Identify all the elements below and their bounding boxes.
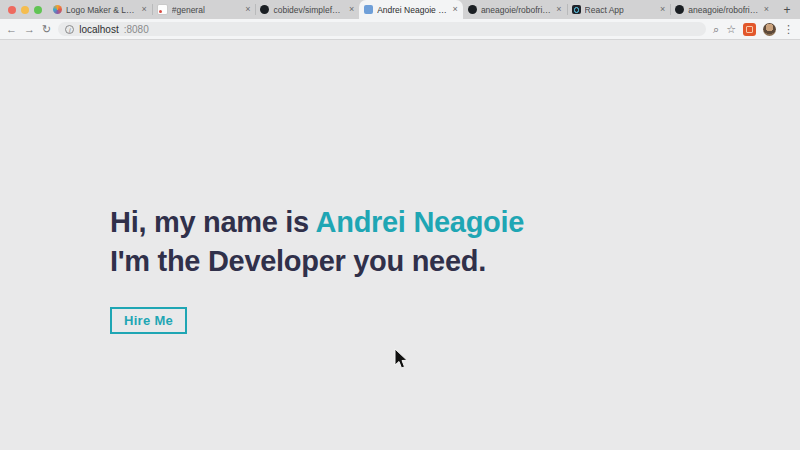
url-port: :8080 (124, 24, 149, 35)
tab-andrei-neagoie-active[interactable]: Andrei Neagoie | Develope × (359, 0, 463, 19)
reload-button[interactable]: ↻ (42, 24, 51, 35)
logo-maker-icon (53, 5, 62, 14)
close-tab-icon[interactable]: × (453, 5, 458, 14)
profile-avatar[interactable] (763, 23, 776, 36)
bookmark-star-icon[interactable]: ☆ (726, 24, 736, 35)
tab-title: aneagoie/robofriends: Tut (688, 5, 759, 15)
github-icon (468, 5, 477, 14)
browser-toolbar: ← → ↻ i localhost:8080 ⌕ ☆ ⋮ (0, 19, 800, 40)
tab-robofriends-github-1[interactable]: aneagoie/robofriends: Tut × (463, 0, 567, 19)
extension-icon[interactable] (743, 23, 756, 36)
close-tab-icon[interactable]: × (556, 5, 561, 14)
tab-title: Logo Maker & Logo Creati (66, 5, 137, 15)
tab-strip: Logo Maker & Logo Creati × #general × co… (0, 0, 800, 19)
close-tab-icon[interactable]: × (349, 5, 354, 14)
url-host: localhost (79, 24, 118, 35)
tab-title: #general (172, 5, 241, 15)
browser-window: Logo Maker & Logo Creati × #general × co… (0, 0, 800, 450)
slack-icon (157, 4, 168, 15)
tab-title: Andrei Neagoie | Develope (377, 5, 448, 15)
tab-title: cobidev/simplefolio: A cle (273, 5, 344, 15)
tab-simplefolio-github[interactable]: cobidev/simplefolio: A cle × (255, 0, 359, 19)
tab-robofriends-github-2[interactable]: aneagoie/robofriends: Tut × (670, 0, 774, 19)
hero-heading-line2: I'm the Developer you need. (110, 245, 486, 277)
close-window-button[interactable] (8, 6, 16, 14)
hero-heading: Hi, my name is Andrei Neagoie I'm the De… (110, 203, 524, 281)
mouse-cursor-icon (394, 348, 409, 371)
hire-me-button[interactable]: Hire Me (110, 307, 187, 334)
github-icon (675, 5, 684, 14)
zoom-window-button[interactable] (34, 6, 42, 14)
site-favicon-icon (364, 5, 373, 14)
tab-list: Logo Maker & Logo Creati × #general × co… (48, 0, 774, 19)
hero-heading-prefix: Hi, my name is (110, 206, 316, 238)
browser-menu-icon[interactable]: ⋮ (783, 23, 794, 36)
back-button[interactable]: ← (6, 24, 17, 35)
page-info-icon[interactable]: i (65, 25, 74, 34)
tab-react-app[interactable]: React App × (567, 0, 671, 19)
minimize-window-button[interactable] (21, 6, 29, 14)
traffic-lights (0, 0, 48, 19)
address-bar[interactable]: i localhost:8080 (58, 22, 706, 36)
react-icon (572, 5, 581, 14)
close-tab-icon[interactable]: × (764, 5, 769, 14)
tab-logo-maker[interactable]: Logo Maker & Logo Creati × (48, 0, 152, 19)
tab-title: aneagoie/robofriends: Tut (481, 5, 552, 15)
close-tab-icon[interactable]: × (141, 5, 146, 14)
github-icon (260, 5, 269, 14)
close-tab-icon[interactable]: × (660, 5, 665, 14)
tab-title: React App (585, 5, 656, 15)
zoom-page-icon[interactable]: ⌕ (713, 24, 719, 35)
tab-slack-general[interactable]: #general × (152, 0, 256, 19)
forward-button[interactable]: → (24, 24, 35, 35)
close-tab-icon[interactable]: × (245, 5, 250, 14)
hero-heading-name: Andrei Neagoie (316, 206, 525, 238)
new-tab-button[interactable]: + (774, 0, 800, 19)
hero-section: Hi, my name is Andrei Neagoie I'm the De… (110, 203, 524, 334)
